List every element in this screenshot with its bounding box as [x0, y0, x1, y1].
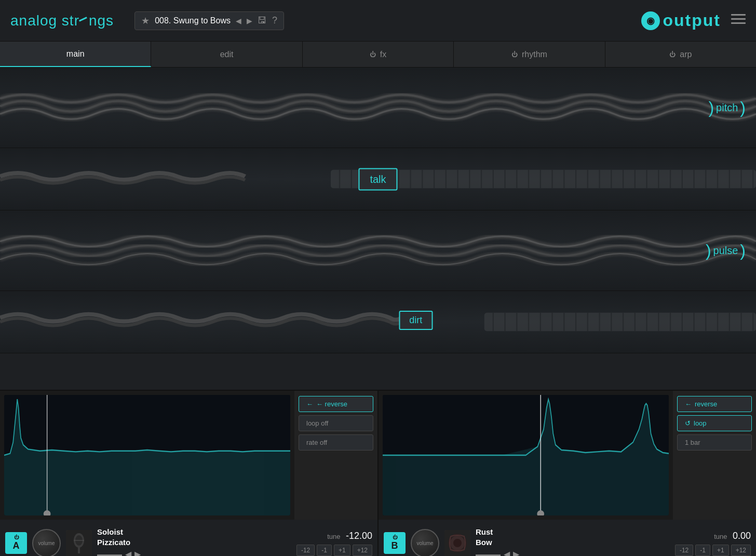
- pitch-bracket-left: ): [708, 98, 714, 117]
- channel-b-loop-icon: ↺: [685, 419, 691, 427]
- svg-rect-2: [731, 22, 746, 24]
- channel-b-prev-button[interactable]: ◀: [504, 549, 510, 556]
- rhythm-power-icon: ⏻: [511, 51, 518, 58]
- channel-a-tune-step-minus12[interactable]: -12: [296, 545, 315, 556]
- dirt-label[interactable]: dirt: [399, 311, 433, 330]
- string-track-dirt: dirt: [0, 291, 756, 353]
- channel-a-tune-label: tune: [327, 533, 340, 540]
- tab-edit[interactable]: edit: [151, 42, 302, 67]
- preset-next-button[interactable]: ▶: [247, 17, 252, 25]
- channel-b-instrument-name: Rust Bow: [476, 527, 670, 547]
- string-visual-talk: talk: [0, 148, 756, 210]
- preset-prev-button[interactable]: ◀: [236, 17, 241, 25]
- string-track-pulse: ) pulse ): [0, 210, 756, 291]
- channel-a-rate-button[interactable]: rate off: [299, 434, 373, 451]
- channel-b-reverse-arrow: ←: [685, 400, 692, 408]
- channel-b-tune-value: 0.00: [733, 531, 751, 541]
- preset-name: 008. Swung to Bows: [155, 16, 231, 25]
- channel-b-next-button[interactable]: ▶: [513, 549, 519, 556]
- talk-text: talk: [370, 173, 386, 184]
- channel-b-reverse-label: reverse: [695, 400, 717, 408]
- talk-label[interactable]: talk: [358, 168, 397, 190]
- channel-b-bar-button[interactable]: 1 bar: [677, 434, 752, 451]
- string-visual-pulse: [0, 210, 756, 290]
- pulse-label[interactable]: ) pulse ): [706, 241, 746, 260]
- channel-b-power-icon: ⏻: [393, 535, 397, 540]
- channel-a-next-button[interactable]: ▶: [134, 549, 141, 556]
- channel-b-tune-step-plus12[interactable]: +12: [731, 545, 751, 556]
- svg-rect-1: [731, 18, 746, 20]
- channel-b-badge-label: B: [392, 540, 398, 551]
- tab-fx-label: fx: [380, 50, 386, 59]
- channel-a-waveform[interactable]: [4, 395, 290, 515]
- channel-b-reverse-button[interactable]: ← reverse: [677, 396, 752, 412]
- channel-a-tune-step-plus12[interactable]: +12: [353, 545, 372, 556]
- channel-a-tune-step-plus1[interactable]: +1: [334, 545, 350, 556]
- channel-b: ← reverse ↺ loop 1 bar ⏻ B volume: [379, 391, 756, 556]
- tab-edit-label: edit: [220, 50, 234, 59]
- channel-a-prev-button[interactable]: ◀: [125, 549, 131, 556]
- channel-b-instrument-nav: ▬▬▬ ◀ ▶: [476, 549, 670, 556]
- channel-a-bottom: ⏻ A volume Soloist P: [0, 520, 377, 556]
- tab-rhythm-label: rhythm: [522, 50, 547, 59]
- svg-rect-40: [484, 313, 756, 332]
- output-brand: output: [663, 11, 721, 30]
- channel-b-tune-area: tune 0.00 -12 -1 +1 +12: [675, 531, 751, 556]
- channel-b-volume-knob[interactable]: volume: [411, 529, 439, 557]
- channel-b-bar-label: 1 bar: [685, 439, 700, 446]
- string-track-pitch: ) pitch ): [0, 68, 756, 148]
- channel-b-tune-steps: -12 -1 +1 +12: [675, 545, 751, 556]
- channel-b-tune-label: tune: [714, 533, 727, 540]
- tab-fx[interactable]: ⏻ fx: [303, 42, 454, 67]
- channel-a-instrument-nav: ▬▬▬ ◀ ▶: [97, 549, 291, 556]
- channel-b-waveform[interactable]: [383, 395, 669, 515]
- string-wave-pulse: [0, 210, 756, 290]
- channel-a-badge-label: A: [13, 540, 20, 551]
- output-logo: ◉ output: [641, 11, 746, 30]
- channel-a-tune-step-minus1[interactable]: -1: [317, 545, 332, 556]
- channel-b-instrument-thumb: [444, 530, 470, 556]
- tab-main-label: main: [66, 49, 85, 59]
- svg-rect-0: [731, 14, 746, 16]
- channel-a-instrument-name: Soloist Pizzicato: [97, 527, 291, 547]
- string-visual-dirt: dirt: [0, 291, 756, 353]
- channel-b-tune-step-minus12[interactable]: -12: [675, 545, 693, 556]
- channel-a-loop-button[interactable]: loop off: [299, 415, 373, 431]
- channel-a-volume-knob[interactable]: volume: [32, 529, 61, 557]
- string-track-talk: talk: [0, 148, 756, 210]
- preset-save-button[interactable]: 🖫: [258, 15, 267, 26]
- preset-help-button[interactable]: ?: [272, 15, 277, 26]
- preset-bar: ★ 008. Swung to Bows ◀ ▶ 🖫 ?: [134, 11, 284, 30]
- channel-b-loop-button[interactable]: ↺ loop: [677, 415, 752, 431]
- channel-a-reverse-button[interactable]: ← ← reverse: [299, 396, 373, 412]
- tab-rhythm[interactable]: ⏻ rhythm: [454, 42, 605, 67]
- fx-power-icon: ⏻: [370, 51, 376, 58]
- channel-b-loop-label: loop: [694, 419, 707, 427]
- pitch-label[interactable]: ) pitch ): [708, 98, 746, 117]
- channel-b-badge[interactable]: ⏻ B: [384, 532, 406, 554]
- channel-a-tune-area: tune -12.00 -12 -1 +1 +12: [296, 531, 372, 556]
- channel-a-volume-label: volume: [38, 540, 55, 546]
- string-wave-pitch: [0, 68, 756, 148]
- pulse-bracket-left: ): [706, 241, 711, 260]
- dirt-text: dirt: [409, 315, 422, 325]
- tab-arp[interactable]: ⏻ arp: [605, 42, 756, 67]
- svg-point-79: [453, 539, 462, 547]
- channel-a-controls: ← ← reverse loop off rate off: [294, 391, 377, 520]
- channel-a-waveform-icon: ▬▬▬: [97, 550, 122, 557]
- channel-b-volume-label: volume: [416, 540, 433, 546]
- channel-a-instrument-info: Soloist Pizzicato ▬▬▬ ◀ ▶: [97, 527, 291, 556]
- tab-main[interactable]: main: [0, 42, 151, 67]
- favorite-icon[interactable]: ★: [141, 15, 150, 27]
- string-wave-dirt: [0, 291, 756, 353]
- pulse-bracket-right: ): [740, 241, 746, 260]
- svg-rect-70: [78, 546, 80, 553]
- channel-b-controls: ← reverse ↺ loop 1 bar: [673, 391, 756, 520]
- menu-button[interactable]: [731, 14, 746, 28]
- channel-a-rate-label: rate off: [306, 439, 327, 446]
- channel-a-reverse-arrow: ←: [306, 400, 313, 408]
- channel-b-tune-step-plus1[interactable]: +1: [712, 545, 729, 556]
- channel-a-badge[interactable]: ⏻ A: [5, 532, 27, 554]
- pitch-text: pitch: [716, 102, 738, 114]
- channel-b-tune-step-minus1[interactable]: -1: [695, 545, 710, 556]
